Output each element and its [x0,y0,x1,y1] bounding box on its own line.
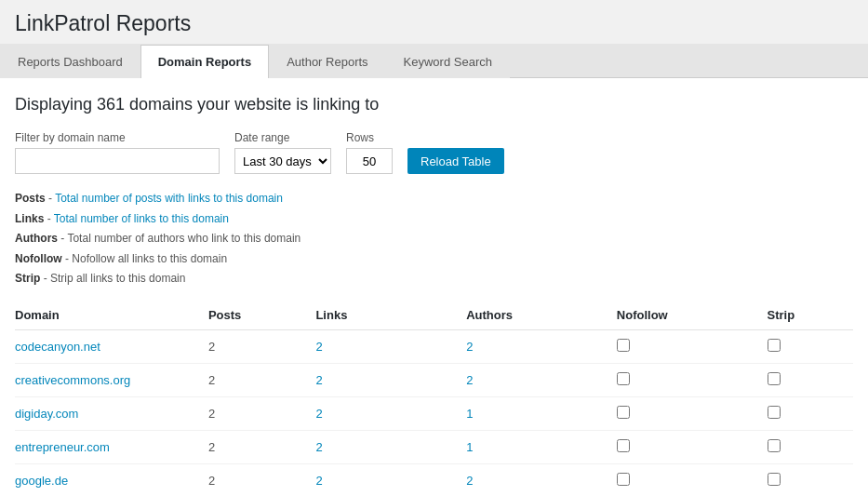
authors-link-2[interactable]: 1 [466,407,473,421]
nofollow-checkbox-3[interactable] [617,439,630,452]
links-link-3[interactable]: 2 [315,440,322,454]
authors-link-4[interactable]: 2 [466,474,473,488]
cell-nofollow-3 [617,430,768,463]
cell-authors-1: 2 [466,363,617,396]
date-range-select[interactable]: Last 30 days Last 7 days Last 90 days Al… [234,148,331,174]
cell-posts-0: 2 [208,329,316,363]
date-range-label: Date range [234,131,331,144]
legend-links: Links - Total number of links to this do… [15,209,853,230]
legend-section: Posts - Total number of posts with links… [15,189,853,289]
nofollow-checkbox-1[interactable] [617,372,630,385]
strip-checkbox-0[interactable] [768,339,781,352]
authors-link-1[interactable]: 2 [466,373,473,387]
cell-links-2: 2 [315,396,466,430]
rows-group: Rows [346,131,393,174]
display-text: Displaying 361 domains your website is l… [15,95,853,114]
col-header-authors: Authors [466,301,617,330]
main-content: Displaying 361 domains your website is l… [0,78,868,496]
domain-link-4[interactable]: google.de [15,474,68,488]
legend-posts: Posts - Total number of posts with links… [15,189,853,209]
domain-filter-label: Filter by domain name [15,131,220,144]
table-row: digiday.com 2 2 1 [15,396,853,430]
domain-link-2[interactable]: digiday.com [15,407,78,421]
cell-posts-2: 2 [208,396,316,430]
cell-authors-4: 2 [466,463,617,496]
nofollow-checkbox-4[interactable] [617,473,630,486]
domain-link-0[interactable]: codecanyon.net [15,340,100,354]
strip-checkbox-1[interactable] [768,372,781,385]
filter-row: Filter by domain name Date range Last 30… [15,131,853,174]
reload-table-button[interactable]: Reload Table [407,148,504,174]
domain-link-1[interactable]: creativecommons.org [15,373,130,387]
date-range-group: Date range Last 30 days Last 7 days Last… [234,131,331,174]
rows-input[interactable] [346,148,393,174]
tab-domain-reports[interactable]: Domain Reports [140,45,269,78]
tab-keyword-search[interactable]: Keyword Search [386,45,510,78]
domain-table: Domain Posts Links Authors Nofollow Stri… [15,301,853,496]
domain-link-3[interactable]: entrepreneur.com [15,440,110,454]
legend-nofollow: Nofollow - Nofollow all links to this do… [15,249,853,270]
col-header-links: Links [315,301,466,330]
legend-links-link[interactable]: Total number of links to this domain [54,212,229,225]
col-header-domain: Domain [15,301,208,330]
cell-links-1: 2 [315,363,466,396]
cell-domain-1: creativecommons.org [15,363,208,396]
cell-links-4: 2 [315,463,466,496]
cell-domain-0: codecanyon.net [15,329,208,363]
cell-strip-1 [768,363,853,396]
authors-link-3[interactable]: 1 [466,440,473,454]
nofollow-checkbox-2[interactable] [617,406,630,419]
cell-nofollow-2 [617,396,768,430]
cell-strip-2 [768,396,853,430]
cell-authors-3: 1 [466,430,617,463]
col-header-nofollow: Nofollow [617,301,768,330]
cell-links-3: 2 [315,430,466,463]
cell-domain-4: google.de [15,463,208,496]
links-link-4[interactable]: 2 [315,474,322,488]
links-link-2[interactable]: 2 [315,407,322,421]
cell-posts-3: 2 [208,430,316,463]
page-title: LinkPatrol Reports [0,0,868,44]
cell-posts-4: 2 [208,463,316,496]
cell-posts-1: 2 [208,363,316,396]
cell-links-0: 2 [315,329,466,363]
table-row: creativecommons.org 2 2 2 [15,363,853,396]
links-link-0[interactable]: 2 [315,340,322,354]
cell-strip-4 [768,463,853,496]
cell-authors-2: 1 [466,396,617,430]
table-header-row: Domain Posts Links Authors Nofollow Stri… [15,301,853,330]
cell-nofollow-0 [617,329,768,363]
strip-checkbox-3[interactable] [768,439,781,452]
page-wrapper: LinkPatrol Reports Reports Dashboard Dom… [0,0,868,496]
legend-strip: Strip - Strip all links to this domain [15,269,853,289]
cell-nofollow-4 [617,463,768,496]
nofollow-checkbox-0[interactable] [617,339,630,352]
tab-author-reports[interactable]: Author Reports [269,45,385,78]
tabs-bar: Reports Dashboard Domain Reports Author … [0,44,868,78]
authors-link-0[interactable]: 2 [466,340,473,354]
cell-strip-0 [768,329,853,363]
col-header-posts: Posts [208,301,316,330]
cell-strip-3 [768,430,853,463]
domain-filter-input[interactable] [15,148,220,174]
col-header-strip: Strip [768,301,853,330]
cell-domain-2: digiday.com [15,396,208,430]
domain-filter-group: Filter by domain name [15,131,220,174]
strip-checkbox-2[interactable] [768,406,781,419]
cell-domain-3: entrepreneur.com [15,430,208,463]
tab-reports-dashboard[interactable]: Reports Dashboard [0,45,140,78]
links-link-1[interactable]: 2 [315,373,322,387]
cell-authors-0: 2 [466,329,617,363]
legend-authors: Authors - Total number of authors who li… [15,229,853,249]
table-row: codecanyon.net 2 2 2 [15,329,853,363]
cell-nofollow-1 [617,363,768,396]
rows-label: Rows [346,131,393,144]
table-row: google.de 2 2 2 [15,463,853,496]
table-row: entrepreneur.com 2 2 1 [15,430,853,463]
strip-checkbox-4[interactable] [768,473,781,486]
legend-posts-link[interactable]: Total number of posts with links to this… [55,192,283,205]
